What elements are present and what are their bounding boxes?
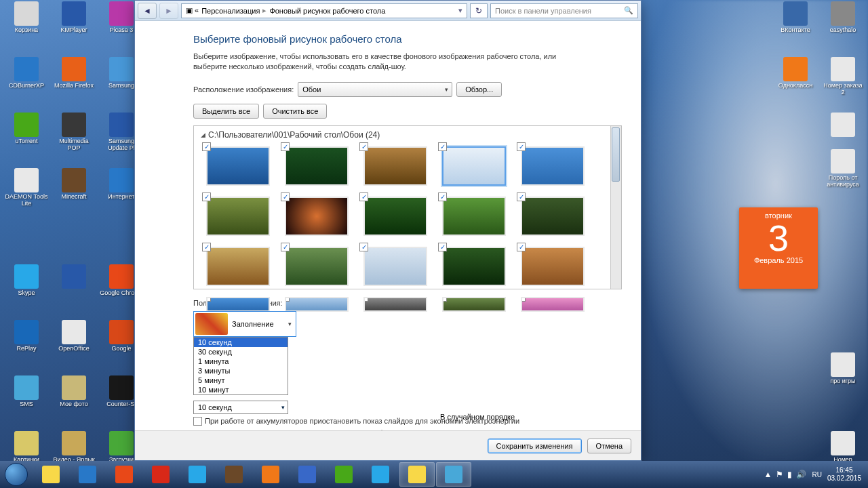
wallpaper-thumb[interactable]: ✓ xyxy=(285,247,349,286)
desktop-icon[interactable]: Пороль от антивируса xyxy=(821,149,865,190)
desktop-icon[interactable]: Одноклассн xyxy=(773,57,818,98)
wallpaper-thumb[interactable]: ✓ xyxy=(206,146,270,186)
thumb-checkbox[interactable]: ✓ xyxy=(285,297,290,302)
cancel-button[interactable]: Отмена xyxy=(587,439,631,453)
desktop-icon[interactable]: Мое фото xyxy=(52,375,96,416)
wallpaper-thumb[interactable]: ✓ xyxy=(285,197,349,236)
breadcrumb-parent[interactable]: Персонализация xyxy=(201,7,260,15)
scrollbar[interactable] xyxy=(610,126,621,289)
desktop-icon[interactable]: SMS xyxy=(4,375,49,416)
desktop-icon[interactable]: uTorrent xyxy=(4,113,49,153)
thumb-checkbox[interactable]: ✓ xyxy=(281,243,290,251)
position-dropdown[interactable]: Заполнение xyxy=(193,311,296,337)
wallpaper-thumb[interactable]: ✓ xyxy=(285,297,349,312)
interval-option[interactable]: 30 секунд xyxy=(194,347,288,357)
taskbar-item[interactable] xyxy=(326,462,361,487)
refresh-button[interactable]: ↻ xyxy=(470,3,488,18)
desktop-icon[interactable]: easythalo xyxy=(821,1,865,42)
desktop-icon[interactable]: ВКонтакте xyxy=(773,1,818,42)
folder-header[interactable]: ◢ C:\Пользователи\001\Рабочий стол\Обои … xyxy=(194,126,621,144)
thumb-checkbox[interactable]: ✓ xyxy=(363,297,368,302)
nav-back-button[interactable]: ◄ xyxy=(138,3,157,19)
wallpaper-thumb[interactable]: ✓ xyxy=(521,146,585,186)
desktop-icon[interactable] xyxy=(52,264,96,305)
interval-dropdown[interactable]: 10 секунд xyxy=(193,401,288,414)
wallpaper-thumb[interactable]: ✓ xyxy=(363,297,427,312)
language-indicator[interactable]: RU xyxy=(812,471,821,479)
thumb-checkbox[interactable]: ✓ xyxy=(202,192,211,201)
interval-option[interactable]: 3 минуты xyxy=(194,366,288,375)
desktop-icon[interactable]: Skype xyxy=(4,264,49,305)
wallpaper-thumb[interactable]: ✓ xyxy=(521,197,585,236)
thumb-checkbox[interactable]: ✓ xyxy=(359,142,368,151)
browse-button[interactable]: Обзор... xyxy=(456,82,502,97)
wallpaper-thumb[interactable]: ✓ xyxy=(442,197,506,236)
desktop-icon[interactable]: OpenOffice xyxy=(52,320,96,361)
thumb-checkbox[interactable]: ✓ xyxy=(359,243,368,251)
wallpaper-thumb[interactable]: ✓ xyxy=(363,247,427,286)
wallpaper-thumb[interactable]: ✓ xyxy=(442,247,506,286)
thumb-checkbox[interactable]: ✓ xyxy=(438,192,447,201)
taskbar-item[interactable] xyxy=(253,462,288,487)
chevron-down-icon[interactable]: ▾ xyxy=(458,6,462,15)
wallpaper-thumb[interactable]: ✓ xyxy=(206,247,270,286)
desktop-icon[interactable]: Корзина xyxy=(4,1,49,42)
tray-up-icon[interactable]: ▲ xyxy=(764,470,772,479)
start-button[interactable] xyxy=(0,461,33,488)
breadcrumb-current[interactable]: Фоновый рисунок рабочего стола xyxy=(269,7,385,15)
interval-option[interactable]: 10 секунд xyxy=(194,338,288,347)
taskbar-item[interactable] xyxy=(363,462,398,487)
desktop-icon[interactable]: RePlay xyxy=(4,320,49,361)
desktop-icon[interactable]: Mozilla Firefox xyxy=(52,57,96,98)
wallpaper-thumb[interactable]: ✓ xyxy=(363,146,427,186)
taskbar-item[interactable] xyxy=(143,462,178,487)
desktop-icon[interactable]: Minecraft xyxy=(52,168,96,209)
breadcrumb[interactable]: ▣ « Персонализация ▸ Фоновый рисунок раб… xyxy=(181,3,467,18)
nav-forward-button[interactable]: ► xyxy=(159,3,178,19)
taskbar-item[interactable] xyxy=(106,462,142,487)
thumb-checkbox[interactable]: ✓ xyxy=(521,297,526,302)
calendar-gadget[interactable]: вторник 3 Февраль 2015 xyxy=(739,207,818,289)
desktop-icon[interactable] xyxy=(821,113,865,153)
select-all-button[interactable]: Выделить все xyxy=(193,104,259,119)
taskbar-item[interactable] xyxy=(216,462,252,487)
thumb-checkbox[interactable]: ✓ xyxy=(206,297,211,302)
thumb-checkbox[interactable]: ✓ xyxy=(517,243,526,251)
desktop-icon[interactable]: Номер заказа 2 xyxy=(821,57,865,98)
interval-option[interactable]: 10 минут xyxy=(194,385,288,394)
thumb-checkbox[interactable]: ✓ xyxy=(202,142,211,151)
network-icon[interactable]: ▮ xyxy=(787,470,792,479)
wallpaper-thumb[interactable]: ✓ xyxy=(206,197,270,236)
thumb-checkbox[interactable]: ✓ xyxy=(517,192,526,201)
thumb-checkbox[interactable]: ✓ xyxy=(359,192,368,201)
interval-option[interactable]: 1 минута xyxy=(194,357,288,366)
taskbar-item[interactable] xyxy=(70,462,105,487)
taskbar-item[interactable] xyxy=(436,462,471,487)
volume-icon[interactable]: 🔊 xyxy=(796,470,806,479)
save-button[interactable]: Сохранить изменения xyxy=(488,439,582,453)
desktop-icon[interactable]: DAEMON Tools Lite xyxy=(4,168,49,209)
taskbar-item[interactable] xyxy=(180,462,215,487)
tray-icons[interactable]: ▲⚑▮🔊 xyxy=(764,470,807,479)
thumb-checkbox[interactable]: ✓ xyxy=(438,142,447,151)
thumb-checkbox[interactable]: ✓ xyxy=(438,243,447,251)
search-input[interactable]: Поиск в панели управления 🔍 xyxy=(490,3,638,18)
wallpaper-thumb[interactable]: ✓ xyxy=(521,297,585,312)
taskbar-item[interactable] xyxy=(290,462,325,487)
battery-checkbox[interactable] xyxy=(193,417,202,426)
clear-all-button[interactable]: Очистить все xyxy=(263,104,327,119)
thumb-checkbox[interactable]: ✓ xyxy=(281,192,290,201)
thumb-checkbox[interactable]: ✓ xyxy=(442,297,447,302)
wallpaper-thumb[interactable]: ✓ xyxy=(285,146,349,186)
location-dropdown[interactable]: Обои xyxy=(298,82,452,97)
flag-icon[interactable]: ⚑ xyxy=(776,470,783,479)
desktop-icon[interactable]: про игры xyxy=(821,352,865,393)
wallpaper-thumb[interactable]: ✓ xyxy=(442,146,506,186)
desktop-icon[interactable]: KMPlayer xyxy=(52,1,96,42)
interval-option[interactable]: 5 минут xyxy=(194,375,288,385)
taskbar-item[interactable] xyxy=(399,462,435,487)
wallpaper-thumb[interactable]: ✓ xyxy=(442,297,506,312)
wallpaper-thumb[interactable]: ✓ xyxy=(206,297,270,312)
taskbar-item[interactable] xyxy=(33,462,68,487)
desktop-icon[interactable]: CDBurnerXP xyxy=(4,57,49,98)
